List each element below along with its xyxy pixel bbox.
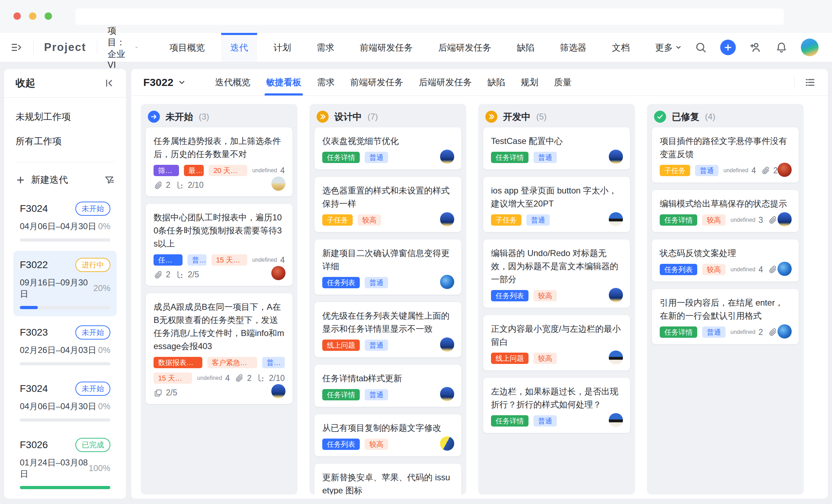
task-card[interactable]: TestCase 配置中心任务详情普通 xyxy=(483,127,630,169)
nav-tab-更多[interactable]: 更多 xyxy=(646,33,691,62)
iteration-selector[interactable]: F3022 xyxy=(143,76,186,88)
assignee-avatar[interactable] xyxy=(609,150,623,164)
task-card[interactable]: 项目插件的路径文字悬停事件没有变蓝反馈子任务普通undefined42 xyxy=(652,127,799,183)
task-card[interactable]: 仪表盘视觉细节优化任务详情普通 xyxy=(314,127,461,169)
list-view-icon[interactable] xyxy=(804,77,816,88)
invite-member-icon[interactable] xyxy=(749,41,762,54)
assignee-avatar[interactable] xyxy=(271,176,285,191)
nav-tab-前端研发任务[interactable]: 前端研发任务 xyxy=(351,33,422,62)
task-card[interactable]: ios app 登录页面 button 字太小，建议增大至20PT子任务普通 xyxy=(483,177,630,232)
assignee-avatar[interactable] xyxy=(609,351,623,365)
window-close-button[interactable] xyxy=(13,12,21,20)
copy-icon xyxy=(154,388,163,398)
double-chevron-icon xyxy=(488,113,495,120)
top-navigation: Project 项目：企业VI 项目概览迭代计划需求前端研发任务后端研发任务缺陷… xyxy=(0,33,832,62)
sidebar-item-unplanned[interactable]: 未规划工作项 xyxy=(16,105,115,129)
card-meta-row: 子任务普通undefined42 xyxy=(660,165,791,176)
task-card[interactable]: 数据中心团队工时报表中，遍历100条任务时预览预制报表需要等待3s以上任务列表普… xyxy=(146,204,293,286)
window-minimize-button[interactable] xyxy=(29,12,36,20)
assignee-avatar[interactable] xyxy=(271,384,285,398)
task-comments-count: 4 xyxy=(280,255,285,265)
user-avatar[interactable] xyxy=(801,39,819,56)
collapse-sidebar-icon[interactable] xyxy=(104,78,115,88)
task-attach-meta: 2 xyxy=(761,166,778,175)
sidebar-items: 未规划工作项 所有工作项 xyxy=(13,98,117,157)
assignee-avatar[interactable] xyxy=(440,436,454,451)
create-new-button[interactable] xyxy=(720,40,736,55)
iteration-item-F3024[interactable]: F3024未开始04月06日–04月30日0% xyxy=(13,195,117,249)
task-card[interactable]: 更新替换安卓、苹果、代码的 issuetype 图标任务列表较高 xyxy=(314,464,461,494)
search-icon[interactable] xyxy=(695,41,707,53)
board-tab-敏捷看板[interactable]: 敏捷看板 xyxy=(258,69,309,95)
nav-tab-后端研发任务[interactable]: 后端研发任务 xyxy=(429,33,501,62)
task-tag: 任务详情 xyxy=(660,326,697,338)
assignee-avatar[interactable] xyxy=(609,212,623,226)
task-card[interactable]: 正文内容最小宽度/与左边栏的最小留白线上问题较高 xyxy=(483,315,630,370)
task-comments-count: 4 xyxy=(225,373,230,383)
iteration-item-F3024[interactable]: F3024未开始04月06日–04月30日0% xyxy=(13,375,117,429)
assignee-avatar[interactable] xyxy=(440,337,454,352)
assignee-avatar[interactable] xyxy=(440,275,454,289)
nav-tab-项目概览[interactable]: 项目概览 xyxy=(160,33,214,62)
iteration-progress-track xyxy=(20,418,110,422)
assignee-avatar[interactable] xyxy=(609,288,623,302)
task-comments-count: 4 xyxy=(751,166,756,175)
task-card[interactable]: 编辑模式给出草稿保存的状态提示任务详情较高undefined31 xyxy=(652,190,799,232)
iteration-id: F3023 xyxy=(20,327,48,338)
board-tab-质量[interactable]: 质量 xyxy=(546,69,579,95)
task-card[interactable]: 左边栏，如果标题过长，是否出现折行？折行的样式如何处理？任务详情普通 xyxy=(483,378,630,433)
attachment-icon xyxy=(235,373,244,383)
board-tab-前端研发任务[interactable]: 前端研发任务 xyxy=(342,69,411,95)
iteration-percent: 100% xyxy=(89,463,110,473)
project-selector[interactable]: 项目：企业VI xyxy=(108,25,138,70)
task-card[interactable]: 引用一段内容后，在结尾 enter，在新的一行会默认引用格式任务详情普通unde… xyxy=(652,289,799,344)
browser-url-bar[interactable] xyxy=(75,8,784,25)
task-card[interactable]: 状态码反馈文案处理任务列表较高undefined43 xyxy=(652,239,799,282)
assignee-avatar[interactable] xyxy=(271,266,285,280)
assignee-avatar[interactable] xyxy=(440,387,454,401)
board-tab-迭代概览[interactable]: 迭代概览 xyxy=(207,69,258,95)
task-card[interactable]: 任务属性趋势报表，加上筛选条件后，历史的任务数量不对筛选器最高20 天后过期un… xyxy=(146,127,293,196)
app-screen: Project 项目：企业VI 项目概览迭代计划需求前端研发任务后端研发任务缺陷… xyxy=(0,0,832,504)
task-tag: 任务详情 xyxy=(322,152,360,163)
task-card[interactable]: 从已有项目复制的标题文字修改任务列表较高 xyxy=(314,414,461,456)
nav-tab-计划[interactable]: 计划 xyxy=(264,33,300,62)
task-tag: 普通 xyxy=(365,389,388,400)
task-tag: 任务详情 xyxy=(322,389,360,400)
nav-tab-筛选器[interactable]: 筛选器 xyxy=(551,33,596,62)
assignee-avatar[interactable] xyxy=(440,150,454,164)
new-iteration-button[interactable]: 新建迭代 xyxy=(31,174,104,186)
task-card[interactable]: 成员A跟成员B在同一项目下，A在B无权限查看的任务类型下，发送任务消息/上传文件… xyxy=(146,293,293,404)
task-tag: 普通 xyxy=(533,415,557,427)
task-card[interactable]: 任务详情tab样式更新任务详情普通 xyxy=(314,365,461,407)
assignee-avatar[interactable] xyxy=(440,212,454,226)
board-tab-缺陷[interactable]: 缺陷 xyxy=(480,69,513,95)
nav-tab-缺陷[interactable]: 缺陷 xyxy=(508,33,544,62)
assignee-avatar[interactable] xyxy=(609,413,623,427)
task-card[interactable]: 选色器重置的样式和未设置的样式保持一样子任务较高 xyxy=(314,177,461,232)
sidebar-item-all[interactable]: 所有工作项 xyxy=(16,129,115,153)
task-card[interactable]: 新建项目二次确认弹窗信息变得更详细任务列表普通 xyxy=(314,239,461,295)
assignee-avatar[interactable] xyxy=(778,324,792,338)
task-comments-count: 2 xyxy=(758,328,763,337)
nav-tab-迭代[interactable]: 迭代 xyxy=(221,33,257,62)
board-tab-需求[interactable]: 需求 xyxy=(309,69,342,95)
task-comments-meta: undefined4 xyxy=(197,373,230,383)
iteration-item-F3023[interactable]: F3023未开始02月26日–04月03日0% xyxy=(13,318,117,372)
sidebar-expand-icon[interactable] xyxy=(11,41,23,53)
sidebar-collapse-label[interactable]: 收起 xyxy=(16,76,35,90)
nav-tab-文档[interactable]: 文档 xyxy=(603,33,639,62)
nav-tab-需求[interactable]: 需求 xyxy=(307,33,343,62)
task-card[interactable]: 编辑器的 Undo/Redo 对标题无效，因为标题不是富文本编辑器的一部分任务列… xyxy=(483,239,630,308)
board-tab-规划[interactable]: 规划 xyxy=(513,69,546,95)
notifications-bell-icon[interactable] xyxy=(775,41,787,53)
task-card[interactable]: 优先级在任务列表关键属性上面的显示和任务详情里显示不一致线上问题普通 xyxy=(314,302,461,357)
assignee-avatar[interactable] xyxy=(778,262,792,276)
iteration-item-F3022[interactable]: F3022进行中09月16日–09月30日20% xyxy=(13,251,117,316)
assignee-avatar[interactable] xyxy=(778,163,792,177)
filter-icon[interactable] xyxy=(104,175,115,185)
assignee-avatar[interactable] xyxy=(778,212,792,226)
window-maximize-button[interactable] xyxy=(45,12,52,20)
iteration-item-F3026[interactable]: F3026已完成01月24日–03月08日100% xyxy=(13,431,117,496)
board-tab-后端研发任务[interactable]: 后端研发任务 xyxy=(411,69,480,95)
